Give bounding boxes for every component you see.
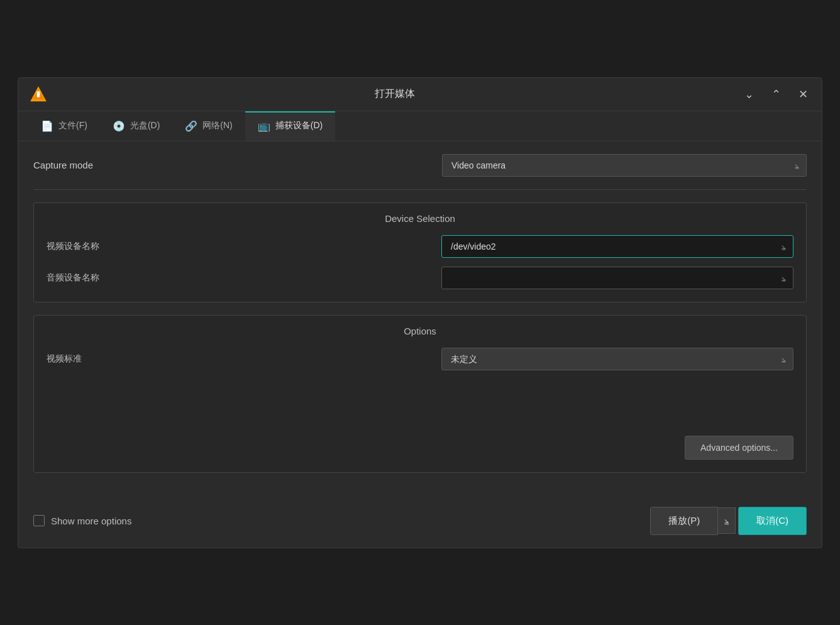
options-section: Options 视频标准 未定义 PAL NTSC SECAM ⦥ Advanc… (33, 315, 807, 473)
advanced-options-button[interactable]: Advanced options... (685, 436, 793, 460)
dialog-title: 打开媒体 (375, 88, 415, 99)
file-tab-icon: 📄 (41, 120, 53, 132)
tab-file-label: 文件(F) (58, 120, 87, 131)
divider (33, 189, 807, 190)
capture-tab-icon: 📺 (258, 120, 270, 132)
play-button[interactable]: 播放(P) (650, 507, 718, 535)
video-standard-select-container: 未定义 PAL NTSC SECAM ⦥ (441, 348, 793, 370)
footer-buttons: 播放(P) ⦥ 取消(C) (650, 507, 807, 535)
video-standard-select[interactable]: 未定义 PAL NTSC SECAM (441, 348, 793, 370)
minimize-button[interactable]: ⌄ (741, 87, 758, 101)
options-title: Options (47, 326, 793, 336)
video-device-select-container: /dev/video0 /dev/video1 /dev/video2 /dev… (441, 235, 793, 258)
options-spacer (47, 379, 793, 429)
titlebar: 打开媒体 ⌄ ⌃ ✕ (18, 78, 822, 111)
tab-file[interactable]: 📄 文件(F) (28, 111, 100, 141)
show-more-label[interactable]: Show more options (51, 516, 131, 526)
vlc-logo-icon (28, 84, 48, 104)
titlebar-controls: ⌄ ⌃ ✕ (741, 87, 812, 101)
tab-network[interactable]: 🔗 网络(N) (172, 111, 245, 141)
tab-disc-label: 光盘(D) (130, 120, 160, 131)
titlebar-center: 打开媒体 (48, 87, 741, 101)
tab-network-label: 网络(N) (202, 120, 232, 131)
titlebar-left (28, 84, 48, 104)
advanced-options-row: Advanced options... (47, 436, 793, 460)
video-standard-row: 视频标准 未定义 PAL NTSC SECAM ⦥ (47, 348, 793, 370)
video-standard-label: 视频标准 (47, 353, 82, 365)
capture-mode-select-container: Video camera DirectShow TV - digital TV … (442, 154, 807, 177)
audio-device-row: 音频设备名称 /dev/audio0 /dev/audio1 ⦥ (47, 267, 793, 289)
audio-device-select-container: /dev/audio0 /dev/audio1 ⦥ (441, 267, 793, 289)
show-more-checkbox[interactable] (33, 515, 45, 526)
svg-rect-2 (37, 92, 40, 97)
open-media-dialog: 打开媒体 ⌄ ⌃ ✕ 📄 文件(F) 💿 光盘(D) 🔗 网络(N) 📺 捕获设… (18, 77, 822, 548)
svg-rect-3 (37, 91, 40, 92)
close-button[interactable]: ✕ (795, 87, 812, 101)
capture-mode-row: Capture mode Video camera DirectShow TV … (33, 154, 807, 177)
device-selection-section: Device Selection 视频设备名称 /dev/video0 /dev… (33, 202, 807, 302)
dialog-footer: Show more options 播放(P) ⦥ 取消(C) (18, 498, 822, 548)
tab-disc[interactable]: 💿 光盘(D) (100, 111, 172, 141)
show-more-container: Show more options (33, 515, 131, 526)
maximize-button[interactable]: ⌃ (768, 87, 785, 101)
capture-mode-label: Capture mode (33, 160, 93, 170)
capture-mode-select[interactable]: Video camera DirectShow TV - digital TV … (442, 154, 807, 177)
disc-tab-icon: 💿 (113, 120, 125, 132)
tab-capture-label: 捕获设备(D) (275, 120, 323, 131)
tab-capture[interactable]: 📺 捕获设备(D) (245, 111, 335, 141)
cancel-button[interactable]: 取消(C) (738, 507, 807, 535)
video-device-row: 视频设备名称 /dev/video0 /dev/video1 /dev/vide… (47, 235, 793, 258)
play-dropdown-button[interactable]: ⦥ (718, 507, 736, 534)
tabs-bar: 📄 文件(F) 💿 光盘(D) 🔗 网络(N) 📺 捕获设备(D) (18, 111, 822, 141)
dialog-content: Capture mode Video camera DirectShow TV … (18, 141, 822, 498)
device-selection-title: Device Selection (47, 213, 793, 224)
network-tab-icon: 🔗 (185, 120, 197, 132)
audio-device-select[interactable]: /dev/audio0 /dev/audio1 (441, 267, 793, 289)
audio-device-label: 音频设备名称 (47, 272, 99, 284)
video-device-label: 视频设备名称 (47, 241, 99, 252)
video-device-select[interactable]: /dev/video0 /dev/video1 /dev/video2 /dev… (441, 235, 793, 258)
